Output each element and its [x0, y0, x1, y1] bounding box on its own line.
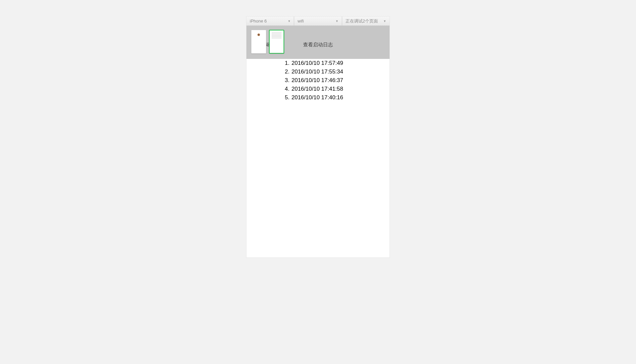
page-thumbnail-1[interactable]: [251, 30, 266, 54]
debug-dropdown-label: 正在调试2个页面: [345, 18, 378, 24]
log-timestamp: 2016/10/10 17:41:58: [292, 86, 343, 92]
log-timestamp: 2016/10/10 17:55:34: [292, 68, 343, 75]
log-index: 5.: [283, 94, 290, 101]
thumbnail-content-lines: [272, 32, 282, 39]
chevron-down-icon: ▼: [336, 20, 339, 23]
toolbar: iPhone 6 ▼ wifi ▼ 正在调试2个页面 ▼: [246, 17, 390, 26]
log-index: 2.: [283, 68, 290, 75]
log-row: 3.2016/10/10 17:46:37: [246, 76, 390, 85]
page-thumbnails: [251, 30, 284, 54]
log-row: 4.2016/10/10 17:41:58: [246, 85, 390, 93]
device-dropdown-label: iPhone 6: [250, 19, 267, 23]
log-timestamp: 2016/10/10 17:46:37: [292, 77, 343, 83]
content-area: 1.2016/10/10 17:57:49 2.2016/10/10 17:55…: [246, 59, 390, 257]
log-index: 1.: [283, 60, 290, 67]
chevron-down-icon: ▼: [383, 20, 386, 23]
network-dropdown[interactable]: wifi ▼: [294, 17, 342, 25]
thumbnail-content-icon: [257, 33, 260, 36]
device-dropdown[interactable]: iPhone 6 ▼: [246, 17, 294, 25]
header-area: 返回 查看启动日志: [246, 26, 390, 60]
device-frame: iPhone 6 ▼ wifi ▼ 正在调试2个页面 ▼: [246, 17, 390, 257]
page-thumbnail-2[interactable]: [269, 30, 284, 54]
log-row: 5.2016/10/10 17:40:16: [246, 93, 390, 102]
log-index: 4.: [283, 86, 290, 92]
debug-dropdown[interactable]: 正在调试2个页面 ▼: [342, 17, 390, 25]
log-index: 3.: [283, 77, 290, 84]
log-timestamp: 2016/10/10 17:57:49: [292, 60, 343, 66]
network-dropdown-label: wifi: [297, 19, 304, 23]
log-timestamp: 2016/10/10 17:40:16: [292, 94, 343, 101]
log-row: 1.2016/10/10 17:57:49: [246, 59, 390, 68]
chevron-down-icon: ▼: [288, 20, 291, 23]
log-list: 1.2016/10/10 17:57:49 2.2016/10/10 17:55…: [246, 59, 390, 102]
log-row: 2.2016/10/10 17:55:34: [246, 68, 390, 76]
